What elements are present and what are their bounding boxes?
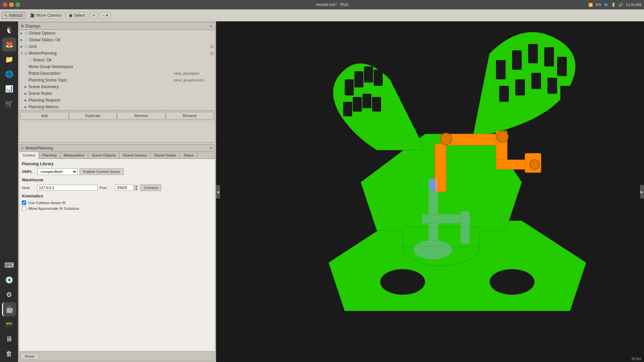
tab-status[interactable]: Status [180, 152, 197, 159]
tree-item-scene-geometry[interactable]: ▶ Scene Geometry [19, 83, 215, 90]
port-input[interactable] [115, 185, 133, 191]
displays-close-button[interactable]: × [208, 23, 214, 29]
remove-display-button[interactable]: Remove [117, 112, 165, 119]
tree-value: move_group/monitor... [173, 78, 214, 82]
tab-context[interactable]: Context [19, 152, 39, 159]
use-collision-ik-checkbox[interactable] [22, 200, 26, 205]
browser-icon[interactable]: 🌐 [2, 67, 16, 81]
tree-item-planning-metrics[interactable]: ▶ Planning Metrics [19, 104, 215, 110]
publish-current-scene-button[interactable]: Publish Current Scene [79, 168, 124, 175]
toolbar-extra-button[interactable]: − ▾ [99, 12, 111, 19]
main-layout: 🐧 🦊 📁 🌐 📊 🛒 ⌨ 💿 ⚙ 🤖 📟 🖥 🗑 🖥 Displays × ▶ [0, 21, 644, 362]
svg-rect-24 [515, 79, 525, 96]
port-label: Port: [100, 186, 113, 190]
svg-rect-29 [355, 71, 364, 87]
interact-button[interactable]: ↖ Interact [1, 12, 25, 19]
tree-item-planning-request[interactable]: ▶ Planning Request [19, 97, 215, 104]
host-input[interactable] [37, 185, 98, 191]
tree-item-grid[interactable]: ▶ ⊙ Grid ☑ [19, 43, 215, 50]
svg-rect-50 [461, 211, 470, 243]
install-icon[interactable]: 💿 [2, 273, 16, 287]
3d-viewport[interactable]: ◀ ▶ 30 fps [216, 21, 644, 362]
svg-rect-20 [528, 44, 538, 63]
clock: 12:44 AM [626, 3, 641, 7]
tab-planning[interactable]: Planning [39, 152, 60, 159]
svg-point-16 [489, 269, 534, 295]
svg-rect-30 [364, 66, 373, 82]
bluetooth-icon: 🔷 [604, 3, 608, 7]
tree-item-planning-scene[interactable]: Planning Scene Topic move_group/monitor.… [19, 77, 215, 83]
settings-icon[interactable]: ⚙ [2, 288, 16, 302]
select-label: Select [74, 13, 85, 18]
tree-item-move-group-ns[interactable]: Move Group Namespace [19, 63, 215, 70]
amazon-icon[interactable]: 🛒 [2, 97, 16, 111]
warehouse-row: Host: Port: ▲ ▼ Connect [22, 184, 212, 191]
firefox-icon[interactable]: 🦊 [2, 38, 16, 52]
pipeline-select[interactable]: <unspecified> [37, 168, 77, 175]
tree-item-status-ok[interactable]: ✓ Status: Ok [19, 57, 215, 63]
duplicate-display-button[interactable]: Duplicate [69, 112, 117, 119]
displays-tree[interactable]: ▶ ⊙ Global Options ▶ ✓ Global Status: Ok… [19, 30, 215, 110]
tree-item-robot-desc[interactable]: Robot Description robot_description [19, 70, 215, 77]
minimize-button[interactable] [9, 2, 14, 7]
warehouse-section-title: Warehouse [22, 178, 212, 182]
app3-icon[interactable]: 🖥 [2, 332, 16, 346]
allow-approx-ik-row[interactable]: Allow Approximate IK Solutions [22, 206, 212, 210]
expand-icon: ▶ [24, 85, 29, 88]
tab-stored-scenes[interactable]: Stored Scenes [119, 152, 151, 159]
move-camera-button[interactable]: 🎥 Move Camera [27, 12, 64, 19]
svg-rect-28 [345, 79, 354, 96]
interact-icon: ↖ [4, 13, 8, 18]
expand-icon: ▶ [20, 38, 24, 42]
add-toolbar-button[interactable]: + [90, 12, 98, 19]
port-down-button[interactable]: ▼ [134, 188, 138, 191]
tree-item-motionplanning[interactable]: ▼ ⊙ MotionPlanning ☑ [19, 50, 215, 57]
maximize-button[interactable] [15, 2, 20, 7]
trash-icon[interactable]: 🗑 [2, 347, 16, 361]
tree-item-global-status[interactable]: ▶ ✓ Global Status: Ok [19, 37, 215, 43]
application-dock: 🐧 🦊 📁 🌐 📊 🛒 ⌨ 💿 ⚙ 🤖 📟 🖥 🗑 [0, 21, 18, 362]
window-controls [3, 2, 20, 7]
expand-icon: ▼ [20, 52, 24, 55]
rviz-dock-icon[interactable]: 🤖 [2, 302, 16, 316]
add-display-button[interactable]: Add [20, 112, 68, 119]
viewport-left-toggle[interactable]: ◀ [216, 185, 220, 198]
svg-rect-18 [496, 60, 506, 79]
files-icon[interactable]: 📁 [2, 52, 16, 66]
spreadsheet-icon[interactable]: 📊 [2, 82, 16, 96]
plus-icon: + [93, 13, 95, 18]
viewport-scene [216, 21, 644, 348]
mp-title: MotionPlanning [25, 146, 53, 150]
battery-icon: 🔋 [611, 3, 616, 7]
mp-close-button[interactable]: × [208, 145, 214, 151]
displays-header-icon: 🖥 [20, 24, 24, 28]
reset-button[interactable]: Reset [20, 353, 39, 360]
left-panel: 🖥 Displays × ▶ ⊙ Global Options ▶ ✓ Glob… [18, 21, 216, 362]
port-up-button[interactable]: ▲ [134, 185, 138, 188]
warehouse-divider: Warehouse [22, 178, 212, 182]
use-collision-ik-row[interactable]: Use Collision-Aware IK [22, 200, 212, 205]
tree-label: Global Options [29, 31, 214, 36]
bullet-icon: ✓ [24, 38, 28, 42]
app2-icon[interactable]: 📟 [2, 317, 16, 331]
displays-panel-header[interactable]: 🖥 Displays × [19, 22, 215, 30]
allow-approx-ik-checkbox[interactable] [22, 206, 26, 210]
select-button[interactable]: ▣ Select [66, 12, 88, 19]
tree-label: Global Status: Ok [29, 38, 214, 42]
interact-label: Interact [9, 13, 22, 18]
tree-item-global-options[interactable]: ▶ ⊙ Global Options [19, 30, 215, 37]
close-button[interactable] [3, 2, 7, 7]
locale-indicator: EN [596, 3, 601, 7]
connect-button[interactable]: Connect [140, 184, 161, 191]
svg-rect-19 [512, 50, 522, 70]
tree-item-scene-robot[interactable]: ▶ Scene Robot [19, 90, 215, 97]
terminal-icon[interactable]: ⌨ [2, 258, 16, 272]
tree-label: Status: Ok [33, 58, 214, 62]
tab-manipulation[interactable]: Manipulation [60, 152, 88, 159]
bullet-icon: ⊙ [24, 45, 28, 49]
ubuntu-icon[interactable]: 🐧 [2, 23, 16, 37]
tab-scene-objects[interactable]: Scene Objects [88, 152, 119, 159]
tab-stored-states[interactable]: Stored States [151, 152, 180, 159]
rename-display-button[interactable]: Rename [166, 112, 214, 119]
viewport-right-toggle[interactable]: ▶ [640, 185, 644, 198]
